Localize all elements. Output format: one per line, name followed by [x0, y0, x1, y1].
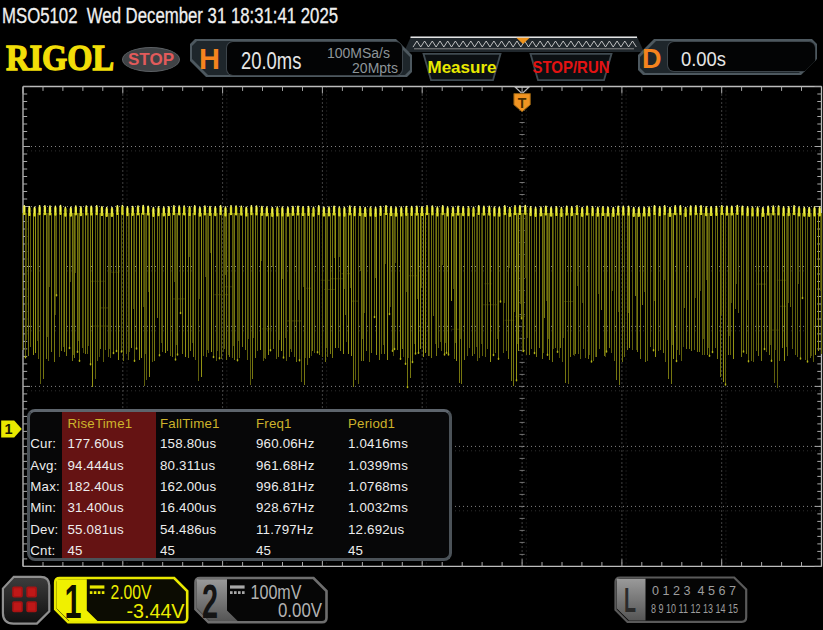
svg-text:T: T: [518, 95, 527, 111]
svg-text:L: L: [624, 580, 636, 619]
svg-text:STOP/RUN: STOP/RUN: [533, 58, 610, 76]
svg-text:8 9 10 11 12 13 14 15: 8 9 10 11 12 13 14 15: [651, 601, 738, 616]
svg-text:2: 2: [202, 574, 218, 628]
svg-text:1: 1: [5, 421, 13, 437]
svg-text:0.00V: 0.00V: [278, 599, 322, 621]
svg-text:0 1 2 3 4 5 6 7: 0 1 2 3 4 5 6 7: [652, 583, 736, 598]
svg-text:-3.44V: -3.44V: [127, 600, 185, 622]
svg-text:1: 1: [65, 574, 82, 628]
svg-text:Measure: Measure: [428, 58, 497, 76]
